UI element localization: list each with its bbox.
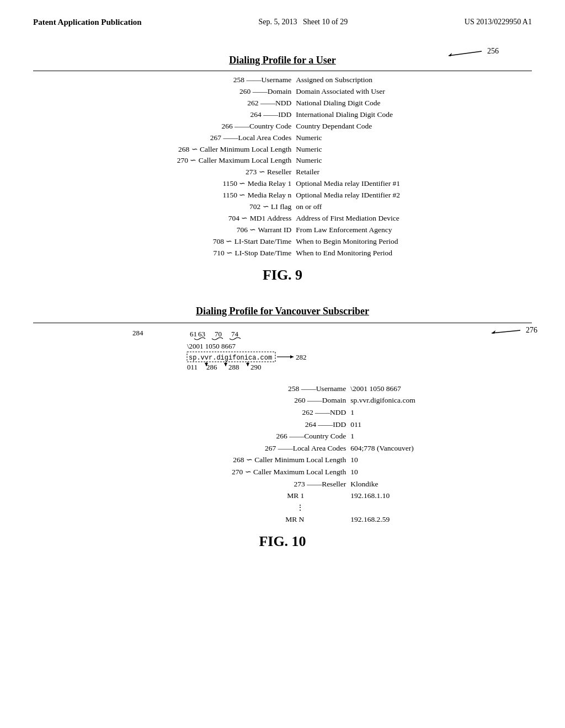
table-row: 273 ∽ Reseller Retailer: [33, 167, 532, 178]
row-label: MR N: [33, 513, 348, 526]
row-label: 260 ——Domain: [33, 86, 294, 98]
row-label: 1150 ∽ Media Relay n: [33, 190, 294, 201]
table-row: 702 ∽ LI flag on or off: [33, 201, 532, 213]
row-label: 710 ∽ LI-Stop Date/Time: [33, 248, 294, 259]
idd-011: 011: [187, 363, 198, 371]
table-row: 264 ——IDD 011: [33, 419, 532, 431]
table-row: 266 ——Country Code Country Dependant Cod…: [33, 121, 532, 132]
table-row: 264 ——IDD International Dialing Digit Co…: [33, 109, 532, 121]
row-desc: 10: [348, 454, 532, 466]
table-row: 258 ——Username Assigned on Subscription: [33, 74, 532, 86]
row-label: 266 ——Country Code: [33, 121, 294, 132]
table-row: 268 ∽ Caller Minimum Local Length Numeri…: [33, 144, 532, 156]
row-desc: on or off: [294, 201, 532, 213]
label-284-text: 284: [132, 329, 143, 337]
fig10-table: 258 ——Username \2001 1050 8667 260 ——Dom…: [33, 383, 532, 526]
row-label: 702 ∽ LI flag: [33, 201, 294, 213]
row-desc: Country Dependant Code: [294, 121, 532, 132]
page-content: 256 Dialing Profile for a User 258 ——Use…: [0, 33, 565, 566]
row-label: 258 ——Username: [33, 74, 294, 86]
table-row: 260 ——Domain sp.vvr.digifonica.com: [33, 394, 532, 406]
row-desc: Klondike: [348, 478, 532, 490]
row-desc: 192.168.2.59: [348, 513, 532, 526]
row-desc: Optional Media relay IDentifier #1: [294, 178, 532, 190]
label-256: 256: [487, 47, 499, 56]
label-282: 282: [296, 353, 307, 361]
row-label: 264 ——IDD: [33, 109, 294, 121]
table-row: 708 ∽ LI-Start Date/Time When to Begin M…: [33, 236, 532, 248]
row-label: 706 ∽ Warrant ID: [33, 224, 294, 236]
label-284: 284: [132, 329, 143, 338]
row-desc: 192.168.1.10: [348, 490, 532, 502]
row-desc: Numeric: [294, 155, 532, 167]
segment-diagram: 284 61 63 70 74 \2001 1050 8667: [132, 326, 532, 378]
table-row: 710 ∽ LI-Stop Date/Time When to End Moni…: [33, 248, 532, 259]
label-288: 288: [228, 363, 239, 371]
row-label: MR 1: [33, 490, 348, 502]
table-row: MR N 192.168.2.59: [33, 513, 532, 526]
segment-61: 61: [190, 330, 197, 338]
fig10-divider: [33, 323, 532, 323]
svg-marker-6: [290, 355, 294, 358]
row-desc: \2001 1050 8667: [348, 383, 532, 395]
row-label: 273 ——Reseller: [33, 478, 348, 490]
row-desc: Numeric: [294, 144, 532, 156]
table-row: 706 ∽ Warrant ID From Law Enforcement Ag…: [33, 224, 532, 236]
row-desc: When to End Monitoring Period: [294, 248, 532, 259]
sheet-info: Sheet 10 of 29: [303, 18, 348, 26]
fig10-label: FIG. 10: [33, 533, 532, 550]
row-label: 273 ∽ Reseller: [33, 167, 294, 178]
row-label: 264 ——IDD: [33, 419, 348, 431]
row-desc: sp.vvr.digifonica.com: [348, 394, 532, 406]
fig10-diagram: 276 284 61 63 70 74: [132, 326, 532, 378]
row-label: ⋮: [33, 502, 348, 514]
row-desc: Assigned on Subscription: [294, 74, 532, 86]
row-desc: Optional Media relay IDentifier #2: [294, 190, 532, 201]
table-row: MR 1 192.168.1.10: [33, 490, 532, 502]
row-label: 267 ——Local Area Codes: [33, 132, 294, 144]
table-row: 273 ——Reseller Klondike: [33, 478, 532, 490]
table-row: 260 ——Domain Domain Associated with User: [33, 86, 532, 98]
row-label: 270 ∽ Caller Maximum Local Length: [33, 466, 348, 478]
segment-74: 74: [231, 330, 239, 338]
row-desc: 011: [348, 419, 532, 431]
row-label: 268 ∽ Caller Minimum Local Length: [33, 454, 348, 466]
patent-number: US 2013/0229950 A1: [465, 18, 532, 26]
row-desc: [348, 502, 532, 514]
row-label: 268 ∽ Caller Minimum Local Length: [33, 144, 294, 156]
segment-70: 70: [215, 330, 222, 338]
fig9-table: 258 ——Username Assigned on Subscription …: [33, 74, 532, 259]
table-row: 258 ——Username \2001 1050 8667: [33, 383, 532, 395]
svg-marker-10: [224, 363, 227, 366]
sip-uri-text: sp.vvr.digifonica.com: [189, 354, 272, 362]
fig10-title: Dialing Profile for Vancouver Subscriber: [33, 306, 532, 317]
table-row: 1150 ∽ Media Relay n Optional Media rela…: [33, 190, 532, 201]
row-desc: 10: [348, 466, 532, 478]
row-label: 266 ——Country Code: [33, 430, 348, 442]
row-desc: 1: [348, 406, 532, 419]
row-desc: From Law Enforcement Agency: [294, 224, 532, 236]
segment-63: 63: [198, 330, 205, 338]
row-desc: When to Begin Monitoring Period: [294, 236, 532, 248]
row-desc: Retailer: [294, 167, 532, 178]
phone-number: \2001 1050 8667: [187, 342, 236, 350]
row-desc: National Dialing Digit Code: [294, 98, 532, 109]
table-row: 268 ∽ Caller Minimum Local Length 10: [33, 454, 532, 466]
table-row: 1150 ∽ Media Relay 1 Optional Media rela…: [33, 178, 532, 190]
arrow-256: 256: [443, 45, 499, 58]
row-desc: 1: [348, 430, 532, 442]
breakdown-svg: 61 63 70 74 \2001 1050 8667 sp.vvr.digif…: [146, 329, 339, 378]
table-row: 267 ——Local Area Codes 604;778 (Vancouve…: [33, 442, 532, 454]
fig10-section: Dialing Profile for Vancouver Subscriber…: [33, 306, 532, 550]
header-center: Sep. 5, 2013 Sheet 10 of 29: [258, 18, 348, 26]
label-290: 290: [250, 363, 262, 371]
row-desc: 604;778 (Vancouver): [348, 442, 532, 454]
row-label: 270 ∽ Caller Maximum Local Length: [33, 155, 294, 167]
table-row: ⋮: [33, 502, 532, 514]
table-row: 267 ——Local Area Codes Numeric: [33, 132, 532, 144]
table-row: 262 ——NDD 1: [33, 406, 532, 419]
table-row: 270 ∽ Caller Maximum Local Length Numeri…: [33, 155, 532, 167]
row-label: 704 ∽ MD1 Address: [33, 213, 294, 224]
row-label: 1150 ∽ Media Relay 1: [33, 178, 294, 190]
fig9-label: FIG. 9: [33, 267, 532, 283]
